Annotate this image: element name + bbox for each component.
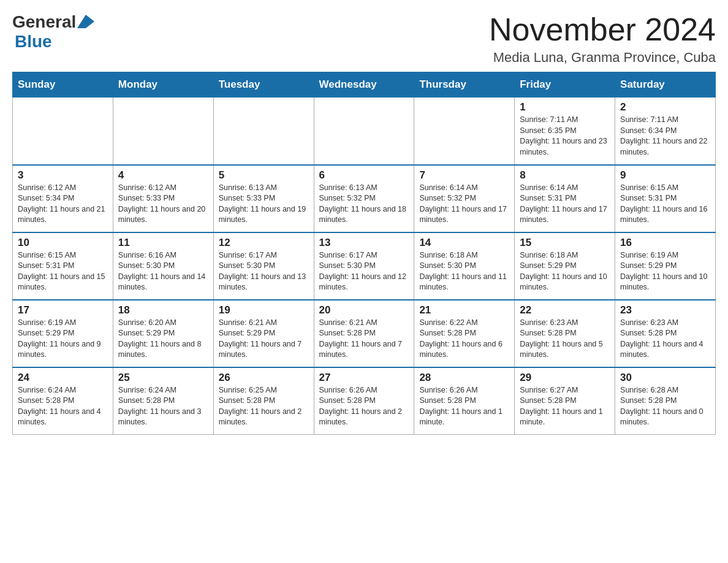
day-number: 15 (520, 237, 610, 249)
calendar-cell: 30Sunrise: 6:28 AMSunset: 5:28 PMDayligh… (615, 367, 716, 435)
day-number: 8 (520, 169, 610, 182)
day-info: Sunrise: 6:13 AMSunset: 5:32 PMDaylight:… (319, 183, 409, 226)
day-number: 3 (18, 169, 108, 182)
day-info: Sunrise: 6:21 AMSunset: 5:29 PMDaylight:… (219, 318, 309, 361)
calendar-cell: 8Sunrise: 6:14 AMSunset: 5:31 PMDaylight… (515, 165, 615, 232)
calendar-cell: 10Sunrise: 6:15 AMSunset: 5:31 PMDayligh… (13, 232, 113, 300)
calendar-cell: 2Sunrise: 7:11 AMSunset: 6:34 PMDaylight… (615, 98, 716, 165)
weekday-header-sunday: Sunday (13, 72, 113, 98)
day-info: Sunrise: 6:18 AMSunset: 5:30 PMDaylight:… (419, 250, 509, 293)
weekday-header-friday: Friday (515, 72, 615, 98)
day-number: 2 (620, 101, 710, 113)
day-info: Sunrise: 6:17 AMSunset: 5:30 PMDaylight:… (319, 250, 409, 293)
day-number: 14 (419, 237, 509, 249)
calendar-cell: 17Sunrise: 6:19 AMSunset: 5:29 PMDayligh… (13, 300, 113, 367)
weekday-header-wednesday: Wednesday (314, 72, 414, 98)
calendar-cell: 5Sunrise: 6:13 AMSunset: 5:33 PMDaylight… (213, 165, 314, 232)
day-number: 19 (219, 304, 309, 316)
calendar-cell (414, 98, 515, 165)
day-number: 4 (118, 169, 208, 182)
day-info: Sunrise: 6:14 AMSunset: 5:32 PMDaylight:… (419, 183, 509, 226)
day-number: 18 (118, 304, 208, 316)
calendar-cell: 18Sunrise: 6:20 AMSunset: 5:29 PMDayligh… (113, 300, 213, 367)
day-number: 5 (219, 169, 309, 182)
calendar-cell: 7Sunrise: 6:14 AMSunset: 5:32 PMDaylight… (414, 165, 515, 232)
weekday-header-tuesday: Tuesday (213, 72, 314, 98)
logo: General Blue (12, 12, 94, 52)
day-info: Sunrise: 6:15 AMSunset: 5:31 PMDaylight:… (18, 250, 108, 293)
day-info: Sunrise: 6:27 AMSunset: 5:28 PMDaylight:… (520, 385, 610, 428)
day-number: 20 (319, 304, 409, 316)
day-number: 28 (419, 372, 509, 384)
weekday-header-monday: Monday (113, 72, 213, 98)
calendar-cell: 13Sunrise: 6:17 AMSunset: 5:30 PMDayligh… (314, 232, 414, 300)
day-number: 26 (219, 372, 309, 384)
day-number: 16 (620, 237, 710, 249)
day-info: Sunrise: 6:20 AMSunset: 5:29 PMDaylight:… (118, 318, 208, 361)
logo-general-text: General (12, 12, 76, 32)
day-info: Sunrise: 6:14 AMSunset: 5:31 PMDaylight:… (520, 183, 610, 226)
day-info: Sunrise: 6:19 AMSunset: 5:29 PMDaylight:… (620, 250, 710, 293)
calendar-cell: 27Sunrise: 6:26 AMSunset: 5:28 PMDayligh… (314, 367, 414, 435)
calendar-cell: 14Sunrise: 6:18 AMSunset: 5:30 PMDayligh… (414, 232, 515, 300)
calendar-cell: 12Sunrise: 6:17 AMSunset: 5:30 PMDayligh… (213, 232, 314, 300)
day-info: Sunrise: 6:21 AMSunset: 5:28 PMDaylight:… (319, 318, 409, 361)
title-area: November 2024 Media Luna, Granma Provinc… (489, 12, 716, 66)
day-info: Sunrise: 6:26 AMSunset: 5:28 PMDaylight:… (419, 385, 509, 428)
calendar-cell (213, 98, 314, 165)
calendar-cell: 16Sunrise: 6:19 AMSunset: 5:29 PMDayligh… (615, 232, 716, 300)
day-number: 21 (419, 304, 509, 316)
day-number: 9 (620, 169, 710, 182)
calendar-week-row: 17Sunrise: 6:19 AMSunset: 5:29 PMDayligh… (13, 300, 716, 367)
day-number: 25 (118, 372, 208, 384)
logo-arrow-icon (86, 15, 94, 28)
day-info: Sunrise: 6:22 AMSunset: 5:28 PMDaylight:… (419, 318, 509, 361)
day-info: Sunrise: 6:13 AMSunset: 5:33 PMDaylight:… (219, 183, 309, 226)
day-number: 27 (319, 372, 409, 384)
day-number: 17 (18, 304, 108, 316)
calendar-week-row: 10Sunrise: 6:15 AMSunset: 5:31 PMDayligh… (13, 232, 716, 300)
location-subtitle: Media Luna, Granma Province, Cuba (489, 50, 716, 66)
day-info: Sunrise: 7:11 AMSunset: 6:35 PMDaylight:… (520, 115, 610, 158)
calendar-table: SundayMondayTuesdayWednesdayThursdayFrid… (12, 72, 716, 435)
day-number: 13 (319, 237, 409, 249)
calendar-cell: 24Sunrise: 6:24 AMSunset: 5:28 PMDayligh… (13, 367, 113, 435)
weekday-header-thursday: Thursday (414, 72, 515, 98)
calendar-cell: 9Sunrise: 6:15 AMSunset: 5:31 PMDaylight… (615, 165, 716, 232)
calendar-cell (113, 98, 213, 165)
page-header: General Blue November 2024 Media Luna, G… (12, 12, 716, 66)
calendar-cell: 23Sunrise: 6:23 AMSunset: 5:28 PMDayligh… (615, 300, 716, 367)
logo-blue-text: Blue (15, 32, 52, 52)
calendar-cell: 19Sunrise: 6:21 AMSunset: 5:29 PMDayligh… (213, 300, 314, 367)
calendar-cell: 25Sunrise: 6:24 AMSunset: 5:28 PMDayligh… (113, 367, 213, 435)
day-info: Sunrise: 6:16 AMSunset: 5:30 PMDaylight:… (118, 250, 208, 293)
weekday-header-row: SundayMondayTuesdayWednesdayThursdayFrid… (13, 72, 716, 98)
day-number: 12 (219, 237, 309, 249)
logo-triangle-icon (77, 15, 86, 28)
day-info: Sunrise: 6:17 AMSunset: 5:30 PMDaylight:… (219, 250, 309, 293)
day-info: Sunrise: 6:18 AMSunset: 5:29 PMDaylight:… (520, 250, 610, 293)
day-info: Sunrise: 6:23 AMSunset: 5:28 PMDaylight:… (620, 318, 710, 361)
day-number: 11 (118, 237, 208, 249)
day-info: Sunrise: 6:28 AMSunset: 5:28 PMDaylight:… (620, 385, 710, 428)
day-info: Sunrise: 6:23 AMSunset: 5:28 PMDaylight:… (520, 318, 610, 361)
calendar-cell: 11Sunrise: 6:16 AMSunset: 5:30 PMDayligh… (113, 232, 213, 300)
day-number: 10 (18, 237, 108, 249)
day-info: Sunrise: 6:15 AMSunset: 5:31 PMDaylight:… (620, 183, 710, 226)
day-info: Sunrise: 6:26 AMSunset: 5:28 PMDaylight:… (319, 385, 409, 428)
day-number: 29 (520, 372, 610, 384)
calendar-cell: 21Sunrise: 6:22 AMSunset: 5:28 PMDayligh… (414, 300, 515, 367)
calendar-cell (314, 98, 414, 165)
day-number: 6 (319, 169, 409, 182)
day-info: Sunrise: 6:25 AMSunset: 5:28 PMDaylight:… (219, 385, 309, 428)
calendar-cell: 20Sunrise: 6:21 AMSunset: 5:28 PMDayligh… (314, 300, 414, 367)
day-info: Sunrise: 6:24 AMSunset: 5:28 PMDaylight:… (118, 385, 208, 428)
day-number: 23 (620, 304, 710, 316)
day-number: 30 (620, 372, 710, 384)
calendar-week-row: 3Sunrise: 6:12 AMSunset: 5:34 PMDaylight… (13, 165, 716, 232)
calendar-cell (13, 98, 113, 165)
calendar-cell: 6Sunrise: 6:13 AMSunset: 5:32 PMDaylight… (314, 165, 414, 232)
calendar-cell: 3Sunrise: 6:12 AMSunset: 5:34 PMDaylight… (13, 165, 113, 232)
day-number: 7 (419, 169, 509, 182)
day-info: Sunrise: 7:11 AMSunset: 6:34 PMDaylight:… (620, 115, 710, 158)
